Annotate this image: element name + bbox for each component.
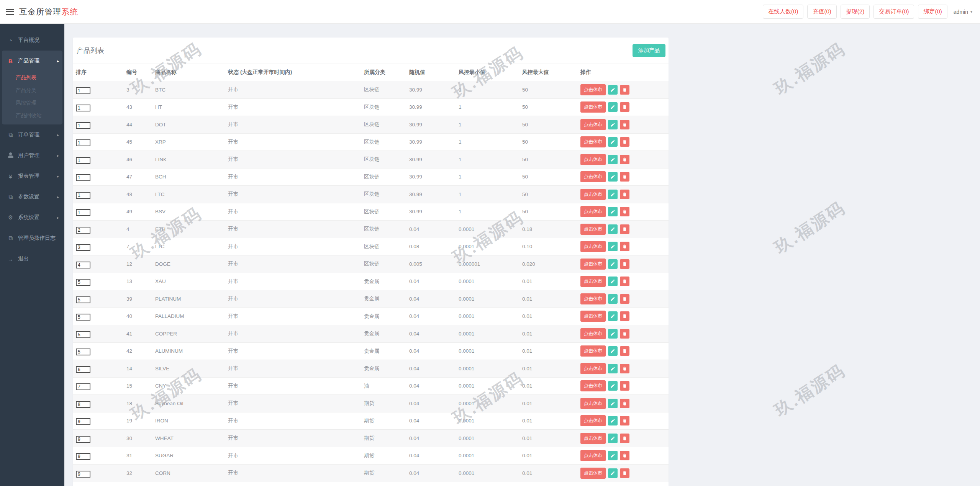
delete-trash-icon[interactable] <box>620 137 629 147</box>
edit-pencil-icon[interactable] <box>608 294 618 304</box>
delete-trash-icon[interactable] <box>620 364 629 373</box>
sort-input[interactable] <box>76 453 90 460</box>
sidebar-item-退出[interactable]: →退出 <box>0 249 64 269</box>
sidebar-subitem-产品回收站[interactable]: 产品回收站 <box>2 109 62 122</box>
sidebar-item-产品管理[interactable]: Ƀ产品管理▸ <box>2 51 62 71</box>
delete-trash-icon[interactable] <box>620 85 629 95</box>
suspend-market-button[interactable]: 点击休市 <box>580 206 606 217</box>
delete-trash-icon[interactable] <box>620 294 629 304</box>
suspend-market-button[interactable]: 点击休市 <box>580 293 606 304</box>
delete-trash-icon[interactable] <box>620 381 629 391</box>
sort-input[interactable] <box>76 139 90 146</box>
suspend-market-button[interactable]: 点击休市 <box>580 119 606 130</box>
add-product-button[interactable]: 添加产品 <box>633 44 665 57</box>
edit-pencil-icon[interactable] <box>608 85 618 95</box>
delete-trash-icon[interactable] <box>620 155 629 164</box>
suspend-market-button[interactable]: 点击休市 <box>580 433 606 444</box>
delete-trash-icon[interactable] <box>620 399 629 408</box>
sort-input[interactable] <box>76 157 90 164</box>
sort-input[interactable] <box>76 105 90 111</box>
edit-pencil-icon[interactable] <box>608 329 618 339</box>
edit-pencil-icon[interactable] <box>608 259 618 269</box>
sort-input[interactable] <box>76 349 90 355</box>
sort-input[interactable] <box>76 471 90 478</box>
sort-input[interactable] <box>76 192 90 199</box>
edit-pencil-icon[interactable] <box>608 434 618 443</box>
sort-input[interactable] <box>76 209 90 216</box>
sort-input[interactable] <box>76 87 90 94</box>
sort-input[interactable] <box>76 418 90 425</box>
sort-input[interactable] <box>76 279 90 286</box>
sort-input[interactable] <box>76 383 90 390</box>
suspend-market-button[interactable]: 点击休市 <box>580 328 606 339</box>
sort-input[interactable] <box>76 401 90 408</box>
suspend-market-button[interactable]: 点击休市 <box>580 398 606 409</box>
delete-trash-icon[interactable] <box>620 259 629 269</box>
top-nav-button-1[interactable]: 充值(0) <box>807 5 836 19</box>
sort-input[interactable] <box>76 331 90 338</box>
sort-input[interactable] <box>76 296 90 303</box>
suspend-market-button[interactable]: 点击休市 <box>580 101 606 113</box>
edit-pencil-icon[interactable] <box>608 155 618 164</box>
sort-input[interactable] <box>76 244 90 251</box>
delete-trash-icon[interactable] <box>620 346 629 356</box>
sidebar-item-报表管理[interactable]: ¥报表管理▸ <box>0 166 64 187</box>
admin-menu[interactable]: admin ▾ <box>951 6 975 18</box>
top-nav-button-2[interactable]: 提现(2) <box>841 5 870 19</box>
suspend-market-button[interactable]: 点击休市 <box>580 345 606 357</box>
delete-trash-icon[interactable] <box>620 242 629 251</box>
edit-pencil-icon[interactable] <box>608 416 618 425</box>
delete-trash-icon[interactable] <box>620 416 629 425</box>
suspend-market-button[interactable]: 点击休市 <box>580 380 606 391</box>
sidebar-item-平台概况[interactable]: ◔平台概况 <box>0 30 64 51</box>
delete-trash-icon[interactable] <box>620 451 629 460</box>
suspend-market-button[interactable]: 点击休市 <box>580 415 606 426</box>
sidebar-subitem-产品列表[interactable]: 产品列表 <box>2 71 62 84</box>
sidebar-subitem-风控管理[interactable]: 风控管理 <box>2 97 62 109</box>
top-nav-button-3[interactable]: 交易订单(0) <box>873 5 914 19</box>
delete-trash-icon[interactable] <box>620 311 629 321</box>
edit-pencil-icon[interactable] <box>608 311 618 321</box>
edit-pencil-icon[interactable] <box>608 207 618 216</box>
sidebar-subitem-产品分类[interactable]: 产品分类 <box>2 84 62 97</box>
sort-input[interactable] <box>76 366 90 373</box>
top-nav-button-0[interactable]: 在线人数(0) <box>763 5 803 19</box>
suspend-market-button[interactable]: 点击休市 <box>580 259 606 270</box>
suspend-market-button[interactable]: 点击休市 <box>580 450 606 461</box>
suspend-market-button[interactable]: 点击休市 <box>580 154 606 165</box>
edit-pencil-icon[interactable] <box>608 364 618 373</box>
edit-pencil-icon[interactable] <box>608 102 618 112</box>
sidebar-item-系统设置[interactable]: ⚙系统设置▸ <box>0 207 64 228</box>
sidebar-item-用户管理[interactable]: 用户管理▸ <box>0 145 64 166</box>
sort-input[interactable] <box>76 227 90 234</box>
edit-pencil-icon[interactable] <box>608 242 618 251</box>
edit-pencil-icon[interactable] <box>608 120 618 129</box>
delete-trash-icon[interactable] <box>620 172 629 182</box>
edit-pencil-icon[interactable] <box>608 172 618 182</box>
suspend-market-button[interactable]: 点击休市 <box>580 363 606 374</box>
top-nav-button-4[interactable]: 绑定(0) <box>918 5 947 19</box>
edit-pencil-icon[interactable] <box>608 399 618 408</box>
delete-trash-icon[interactable] <box>620 224 629 234</box>
edit-pencil-icon[interactable] <box>608 190 618 199</box>
sort-input[interactable] <box>76 174 90 181</box>
delete-trash-icon[interactable] <box>620 329 629 339</box>
edit-pencil-icon[interactable] <box>608 224 618 234</box>
edit-pencil-icon[interactable] <box>608 137 618 147</box>
sidebar-item-参数设置[interactable]: ⧉参数设置▸ <box>0 187 64 207</box>
suspend-market-button[interactable]: 点击休市 <box>580 171 606 182</box>
suspend-market-button[interactable]: 点击休市 <box>580 276 606 287</box>
delete-trash-icon[interactable] <box>620 190 629 199</box>
suspend-market-button[interactable]: 点击休市 <box>580 224 606 235</box>
suspend-market-button[interactable]: 点击休市 <box>580 311 606 322</box>
sort-input[interactable] <box>76 436 90 443</box>
suspend-market-button[interactable]: 点击休市 <box>580 84 606 95</box>
suspend-market-button[interactable]: 点击休市 <box>580 136 606 147</box>
delete-trash-icon[interactable] <box>620 277 629 286</box>
delete-trash-icon[interactable] <box>620 207 629 216</box>
sidebar-item-订单管理[interactable]: ⧉订单管理▸ <box>0 124 64 145</box>
menu-icon[interactable] <box>6 9 14 15</box>
suspend-market-button[interactable]: 点击休市 <box>580 189 606 200</box>
delete-trash-icon[interactable] <box>620 434 629 443</box>
delete-trash-icon[interactable] <box>620 120 629 129</box>
